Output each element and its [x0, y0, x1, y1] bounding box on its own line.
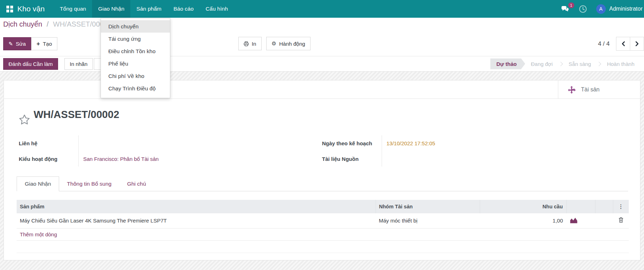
field-row: Liên hệ	[19, 135, 322, 151]
column-header-product[interactable]: Sản phẩm	[17, 200, 376, 213]
column-header-spacer	[566, 200, 595, 213]
column-header-demand[interactable]: Nhu cầu	[480, 200, 566, 213]
assets-stat-button[interactable]: Tài sản	[558, 80, 640, 99]
nav-item-transfers[interactable]: Giao Nhận	[92, 0, 130, 18]
chevron-right-icon	[635, 41, 639, 46]
field-row: Kiểu hoạt động San Francisco: Phân bổ Tà…	[19, 151, 322, 167]
field-label-operation-type: Kiểu hoạt động	[19, 151, 78, 167]
menu-item-replenishment[interactable]: Tái cung ứng	[101, 33, 170, 45]
field-groups: Liên hệ Kiểu hoạt động San Francisco: Ph…	[19, 135, 625, 167]
status-step-waiting[interactable]: Đang đợi	[527, 61, 556, 67]
favorite-star-icon[interactable]	[19, 114, 30, 126]
optional-columns-kebab-icon[interactable]: ⋮	[613, 200, 629, 213]
column-header-spacer	[595, 200, 613, 213]
transfers-dropdown-menu: Dịch chuyển Tái cung ứng Điều chỉnh Tồn …	[101, 18, 170, 98]
tab-operations[interactable]: Giao Nhận	[17, 176, 59, 191]
tab-notes[interactable]: Ghi chú	[119, 176, 154, 191]
assets-stat-label: Tài sản	[581, 86, 599, 93]
menu-item-scrap[interactable]: Phế liệu	[101, 57, 170, 70]
pager-previous-button[interactable]	[616, 37, 630, 51]
field-label-source-document: Tài liệu Nguồn	[322, 151, 382, 167]
printer-icon	[244, 41, 249, 46]
status-pipeline: Dự thảo Đang đợi Sẵn sàng Hoàn thành	[490, 56, 638, 71]
chevron-left-icon	[621, 41, 625, 46]
status-step-ready[interactable]: Sẵn sàng	[565, 61, 594, 67]
cell-asset-group: Máy móc thiết bị	[376, 213, 480, 228]
field-group-left: Liên hệ Kiểu hoạt động San Francisco: Ph…	[19, 135, 322, 167]
trash-icon[interactable]	[619, 217, 623, 223]
field-value-source-document	[382, 151, 626, 167]
create-button[interactable]: + Tạo	[31, 37, 57, 50]
print-labels-button[interactable]: In nhãn	[64, 58, 93, 70]
field-label-scheduled-date: Ngày theo kế hoạch	[322, 135, 382, 151]
user-avatar[interactable]: A	[596, 4, 606, 14]
breadcrumb-separator: /	[47, 20, 49, 28]
field-row: Tài liệu Nguồn	[322, 151, 626, 167]
add-line-row: Thêm một dòng	[17, 228, 629, 240]
nav-item-products[interactable]: Sản phẩm	[130, 0, 167, 18]
field-group-right: Ngày theo kế hoạch 13/10/2022 17:52:05 T…	[322, 135, 626, 167]
field-label-contact: Liên hệ	[19, 135, 78, 151]
button-box: Tài sản	[4, 80, 640, 99]
move-arrows-icon	[568, 86, 576, 94]
field-value-operation-type[interactable]: San Francisco: Phân bổ Tài sản	[78, 151, 322, 167]
top-navbar: Kho vận Tổng quan Giao Nhận Sản phẩm Báo…	[0, 0, 644, 18]
forecast-chart-icon[interactable]	[570, 217, 578, 223]
field-value-contact	[78, 135, 322, 151]
status-separator-icon	[558, 62, 563, 66]
mark-todo-button[interactable]: Đánh dấu Cần làm	[3, 58, 58, 70]
navbar-right: 1 A Administrator	[561, 4, 644, 14]
app-title[interactable]: Kho vận	[17, 5, 45, 13]
cell-delete	[613, 213, 629, 228]
empty-row	[17, 240, 629, 253]
field-value-scheduled-date: 13/10/2022 17:52:05	[382, 135, 626, 151]
pager-counter: 4 / 4	[598, 40, 610, 47]
nav-item-overview[interactable]: Tổng quan	[54, 0, 92, 18]
gear-icon: ⚙	[272, 40, 276, 47]
pager	[616, 37, 644, 51]
plus-icon: +	[36, 40, 40, 47]
status-step-done[interactable]: Hoàn thành	[603, 61, 638, 67]
breadcrumb: Dịch chuyển / WH/ASSET/00002	[3, 20, 112, 28]
app-window: Kho vận Tổng quan Giao Nhận Sản phẩm Báo…	[0, 0, 644, 270]
cell-demand: 1,00	[480, 213, 566, 228]
menu-item-run-scheduler[interactable]: Chạy Trình Điều độ	[101, 82, 170, 95]
action-menu-button[interactable]: ⚙ Hành động	[266, 37, 310, 50]
control-panel: Dịch chuyển / WH/ASSET/00002 ✎ Sửa + Tạo…	[0, 18, 644, 72]
pager-next-button[interactable]	[630, 37, 644, 51]
status-separator-icon	[597, 62, 602, 66]
user-name[interactable]: Administrator	[609, 6, 643, 12]
column-header-asset-group[interactable]: Nhóm Tài sản	[376, 200, 480, 213]
menu-item-transfers[interactable]: Dịch chuyển	[101, 20, 170, 33]
record-title: WH/ASSET/00002	[34, 109, 119, 120]
table-row[interactable]: Máy Chiếu Siêu Gần Laser 4K Samsung The …	[17, 213, 629, 228]
print-button[interactable]: In	[238, 37, 262, 50]
tab-additional-info[interactable]: Thông tin Bổ sung	[59, 176, 119, 191]
cell-forecast	[566, 213, 595, 228]
messages-count-badge: 1	[568, 2, 574, 8]
breadcrumb-parent[interactable]: Dịch chuyển	[3, 20, 42, 28]
operations-table: Sản phẩm Nhóm Tài sản Nhu cầu ⋮ Máy Chiế…	[17, 200, 629, 253]
menu-item-inventory-adjustments[interactable]: Điều chỉnh Tồn kho	[101, 45, 170, 57]
notebook-tabs: Giao Nhận Thông tin Bổ sung Ghi chú	[17, 176, 628, 191]
status-step-draft[interactable]: Dự thảo	[490, 58, 525, 69]
cell-spacer	[595, 213, 613, 228]
add-line-link[interactable]: Thêm một dòng	[17, 228, 629, 240]
field-row: Ngày theo kế hoạch 13/10/2022 17:52:05	[322, 135, 626, 151]
nav-item-settings[interactable]: Cấu hình	[200, 0, 234, 18]
cell-product: Máy Chiếu Siêu Gần Laser 4K Samsung The …	[17, 213, 376, 228]
form-statusbar: Đánh dấu Cần làm In nhãn Dự thảo Đang đợ…	[0, 56, 644, 72]
pencil-icon: ✎	[8, 41, 13, 47]
edit-button[interactable]: ✎ Sửa	[3, 37, 31, 50]
activities-clock-icon[interactable]	[579, 5, 587, 13]
form-sheet: Tài sản WH/ASSET/00002 Liên hệ Kiểu hoạt…	[4, 80, 640, 260]
messages-icon[interactable]: 1	[561, 6, 570, 12]
nav-item-reports[interactable]: Báo cáo	[167, 0, 200, 18]
apps-menu-icon[interactable]	[6, 6, 13, 12]
menu-item-landed-costs[interactable]: Chi phí Về kho	[101, 70, 170, 82]
table-header-row: Sản phẩm Nhóm Tài sản Nhu cầu ⋮	[17, 200, 629, 213]
